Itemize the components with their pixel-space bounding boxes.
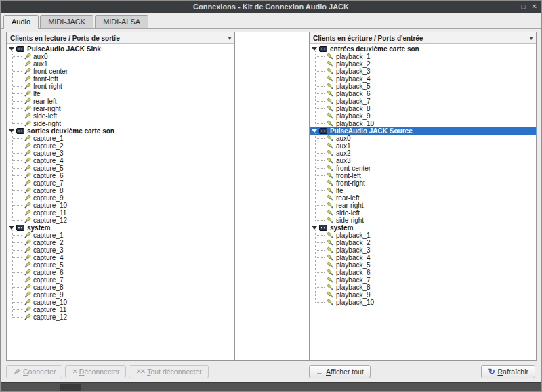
port-row[interactable]: playback_7	[310, 276, 536, 284]
port-row[interactable]: playback_9	[310, 112, 536, 120]
taskbar-item[interactable]	[60, 384, 81, 391]
maximize-icon[interactable]: □	[522, 3, 526, 10]
expander-icon[interactable]	[312, 129, 317, 133]
refresh-button[interactable]: ↻ Rafraîchir	[481, 365, 535, 378]
header-dropdown-arrow-icon[interactable]: ▾	[530, 35, 533, 41]
port-row[interactable]: aux3	[310, 157, 536, 165]
header-dropdown-arrow-icon[interactable]: ▾	[228, 35, 231, 41]
client-row[interactable]: PulseAudio JACK Source	[310, 127, 536, 135]
port-row[interactable]: aux1	[7, 60, 234, 68]
right-panel-header[interactable]: Clients en écriture / Ports d'entrée ▾	[310, 32, 536, 44]
port-row[interactable]: capture_4	[7, 157, 234, 165]
port-row[interactable]: playback_10	[310, 299, 536, 306]
disconnect-button[interactable]: ✕ Déconnecter	[65, 365, 126, 378]
expander-icon[interactable]	[9, 47, 14, 51]
port-label: side-right	[33, 120, 61, 127]
port-row[interactable]: capture_1	[7, 232, 234, 239]
output-port-icon	[24, 83, 31, 90]
port-row[interactable]: capture_4	[7, 254, 234, 261]
port-row[interactable]: playback_3	[310, 246, 536, 254]
port-row[interactable]: capture_11	[7, 209, 234, 217]
port-row[interactable]: playback_4	[310, 254, 536, 261]
port-row[interactable]: capture_10	[7, 202, 234, 209]
left-panel-header[interactable]: Clients en lecture / Ports de sortie ▾	[7, 32, 234, 44]
port-row[interactable]: capture_6	[7, 172, 234, 179]
client-row[interactable]: sorties deuxième carte son	[7, 127, 234, 135]
port-row[interactable]: capture_8	[7, 284, 234, 291]
port-row[interactable]: playback_8	[310, 105, 536, 112]
port-row[interactable]: front-center	[310, 165, 536, 172]
port-row[interactable]: capture_9	[7, 291, 234, 299]
port-row[interactable]: front-left	[7, 75, 234, 83]
port-row[interactable]: rear-right	[310, 202, 536, 209]
close-icon[interactable]: ✕	[532, 3, 537, 10]
expander-icon[interactable]	[9, 226, 14, 230]
client-row[interactable]: system	[310, 224, 536, 232]
port-row[interactable]: capture_7	[7, 179, 234, 187]
port-row[interactable]: front-left	[310, 172, 536, 179]
port-row[interactable]: lfe	[7, 90, 234, 97]
port-label: front-right	[336, 179, 365, 187]
client-row[interactable]: PulseAudio JACK Sink	[7, 45, 234, 53]
port-row[interactable]: playback_2	[310, 239, 536, 246]
port-row[interactable]: playback_5	[310, 83, 536, 90]
port-row[interactable]: front-right	[7, 83, 234, 90]
port-row[interactable]: capture_8	[7, 187, 234, 194]
port-row[interactable]: playback_8	[310, 284, 536, 291]
disconnect-all-button[interactable]: ✕✕ Tout déconnecter	[129, 365, 208, 378]
port-row[interactable]: rear-right	[7, 105, 234, 112]
port-row[interactable]: front-right	[310, 179, 536, 187]
port-row[interactable]: side-left	[310, 209, 536, 217]
port-row[interactable]: aux2	[310, 150, 536, 157]
port-row[interactable]: side-right	[310, 217, 536, 224]
port-label: playback_6	[336, 90, 371, 97]
port-label: capture_5	[33, 261, 63, 269]
port-row[interactable]: playback_10	[310, 120, 536, 127]
connect-button[interactable]: Connecter	[6, 365, 62, 378]
port-row[interactable]: playback_7	[310, 97, 536, 105]
port-row[interactable]: capture_11	[7, 306, 234, 313]
port-row[interactable]: capture_1	[7, 135, 234, 142]
port-row[interactable]: capture_7	[7, 276, 234, 284]
client-row[interactable]: system	[7, 224, 234, 232]
show-all-button[interactable]: ← Afficher tout	[309, 365, 371, 378]
port-row[interactable]: aux1	[310, 142, 536, 150]
port-row[interactable]: front-center	[7, 68, 234, 75]
expander-icon[interactable]	[312, 47, 317, 51]
titlebar[interactable]: Connexions - Kit de Connexion Audio JACK…	[1, 1, 541, 13]
port-row[interactable]: capture_9	[7, 194, 234, 202]
port-row[interactable]: capture_12	[7, 217, 234, 224]
port-row[interactable]: rear-left	[7, 97, 234, 105]
port-row[interactable]: capture_5	[7, 165, 234, 172]
port-row[interactable]: playback_6	[310, 269, 536, 276]
port-row[interactable]: side-right	[7, 120, 234, 127]
port-row[interactable]: playback_5	[310, 261, 536, 269]
port-row[interactable]: playback_4	[310, 75, 536, 83]
port-row[interactable]: playback_2	[310, 60, 536, 68]
port-row[interactable]: capture_5	[7, 261, 234, 269]
tab-audio[interactable]: Audio	[3, 15, 39, 29]
port-row[interactable]: capture_3	[7, 150, 234, 157]
port-row[interactable]: capture_2	[7, 239, 234, 246]
minimize-icon[interactable]: –	[512, 3, 516, 10]
port-row[interactable]: playback_9	[310, 291, 536, 299]
port-row[interactable]: capture_6	[7, 269, 234, 276]
tab-midi-alsa[interactable]: MIDI-ALSA	[95, 15, 148, 28]
expander-icon[interactable]	[312, 226, 317, 230]
client-row[interactable]: entrées deuxième carte son	[310, 45, 536, 53]
port-row[interactable]: capture_3	[7, 246, 234, 254]
port-row[interactable]: playback_3	[310, 68, 536, 75]
tab-midi-jack[interactable]: MIDI-JACK	[40, 15, 93, 28]
port-row[interactable]: playback_1	[310, 53, 536, 60]
port-row[interactable]: capture_10	[7, 299, 234, 306]
port-row[interactable]: playback_6	[310, 90, 536, 97]
port-row[interactable]: capture_2	[7, 142, 234, 150]
port-row[interactable]: capture_12	[7, 313, 234, 321]
port-row[interactable]: aux0	[310, 135, 536, 142]
port-row[interactable]: playback_1	[310, 232, 536, 239]
port-row[interactable]: side-left	[7, 112, 234, 120]
port-row[interactable]: lfe	[310, 187, 536, 194]
expander-icon[interactable]	[9, 129, 14, 133]
port-row[interactable]: rear-left	[310, 194, 536, 202]
port-row[interactable]: aux0	[7, 53, 234, 60]
